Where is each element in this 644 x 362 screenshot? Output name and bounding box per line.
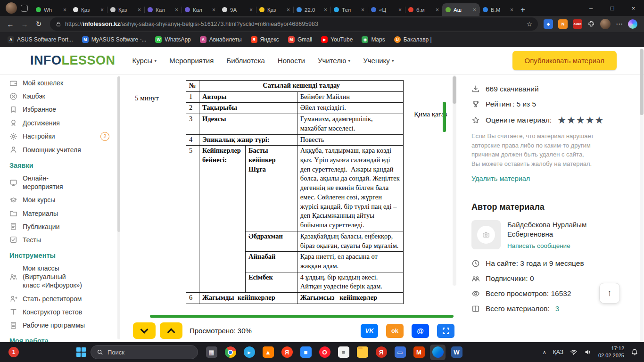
- author-name[interactable]: Байдебекова Нурлайым Есбергеновна: [507, 220, 604, 239]
- browser-tab[interactable]: 9А×: [219, 3, 256, 16]
- bookmark-gmail[interactable]: MGmail: [288, 36, 312, 43]
- tab-close-icon[interactable]: ×: [100, 7, 104, 13]
- taskbar-clock[interactable]: 17:1202.02.2025: [598, 345, 624, 359]
- document-scrollbar-thumb[interactable]: [453, 76, 456, 104]
- bookmark-myasus[interactable]: MMyASUS Software -...: [82, 36, 147, 43]
- browser-tab[interactable]: «Ц×: [368, 3, 405, 16]
- language-indicator[interactable]: ҚАЗ: [553, 349, 563, 355]
- notification-badge[interactable]: 1: [8, 347, 19, 357]
- taskbar-app-word[interactable]: W: [449, 345, 464, 360]
- browser-profile-avatar[interactable]: [6, 2, 17, 14]
- nav-meropriyatiya[interactable]: Мероприятия: [169, 57, 214, 65]
- sidebar-item-cashback[interactable]: Кэшбэк: [0, 90, 122, 103]
- tab-close-icon[interactable]: ×: [63, 7, 66, 13]
- share-mailru-button[interactable]: @: [412, 324, 429, 338]
- nav-novosti[interactable]: Новости: [278, 57, 305, 65]
- browser-tab[interactable]: Wh×: [33, 3, 70, 16]
- rating-stars[interactable]: ★★★★★: [557, 115, 604, 125]
- taskbar-app-opera[interactable]: O: [317, 345, 332, 360]
- delete-material-link[interactable]: Удалить материал: [471, 175, 530, 182]
- taskbar-app-zoom[interactable]: ■: [298, 345, 314, 360]
- page-scrollbar[interactable]: [640, 48, 644, 341]
- tab-close-icon[interactable]: ×: [138, 7, 141, 13]
- nav-biblioteka[interactable]: Библиотека: [226, 57, 265, 65]
- sidebar-item-my-classes[interactable]: Мои классы (Виртуальный класс «Инфоурок»…: [0, 262, 122, 292]
- wifi-icon[interactable]: [570, 348, 578, 356]
- sidebar-scrollbar[interactable]: [117, 76, 120, 339]
- materials-count-link[interactable]: 3: [555, 304, 560, 313]
- extension-akvo-icon[interactable]: АКВО: [573, 19, 582, 29]
- browser-tab[interactable]: Тел×: [330, 3, 368, 16]
- sidebar-item-tutor[interactable]: Стать репетитором: [0, 292, 122, 305]
- forward-button[interactable]: →: [18, 17, 31, 31]
- publish-material-button[interactable]: Опубликовать материал: [512, 51, 617, 70]
- back-button[interactable]: ←: [4, 17, 17, 31]
- browser-tab-active[interactable]: Аш×: [442, 3, 479, 16]
- browser-tab[interactable]: Қаз×: [70, 3, 107, 16]
- tab-close-icon[interactable]: ×: [249, 7, 253, 13]
- browser-tab[interactable]: Б.М×: [479, 3, 517, 16]
- bookmark-asus[interactable]: AASUS Software Port...: [8, 36, 73, 43]
- taskbar-app-vlc[interactable]: ▲: [260, 345, 276, 360]
- taskbar-app-yandex-browser[interactable]: Я: [373, 345, 389, 360]
- nav-ucheniku[interactable]: Ученику▾: [363, 57, 394, 65]
- browser-tab[interactable]: Қаз×: [107, 3, 144, 16]
- bookmark-youtube[interactable]: ▶YouTube: [321, 36, 353, 43]
- taskbar-app-yandex[interactable]: Я: [279, 345, 295, 360]
- maximize-button[interactable]: □: [602, 0, 623, 16]
- tab-close-icon[interactable]: ×: [436, 7, 439, 13]
- nav-kursy[interactable]: Курсы▾: [132, 57, 157, 65]
- copilot-icon[interactable]: [628, 19, 637, 29]
- refresh-button[interactable]: ↻: [32, 17, 45, 31]
- extension-blue-icon[interactable]: ◆: [544, 19, 553, 29]
- new-tab-button[interactable]: +: [517, 4, 529, 16]
- extension-orange-icon[interactable]: N: [558, 19, 568, 29]
- browser-tab[interactable]: б.м×: [405, 3, 442, 16]
- workspaces-icon[interactable]: [21, 5, 28, 12]
- sidebar-item-my-courses[interactable]: Мои курсы: [0, 193, 122, 206]
- taskbar-app-notepad[interactable]: ≡: [336, 345, 351, 360]
- scroll-down-button[interactable]: [133, 322, 156, 339]
- minimize-button[interactable]: –: [580, 0, 602, 16]
- tab-close-icon[interactable]: ×: [287, 7, 290, 13]
- sidebar-item-achievements[interactable]: Достижения: [0, 116, 122, 130]
- sidebar-section-instrumenty[interactable]: Инструменты: [0, 247, 122, 262]
- windows-start-button[interactable]: [76, 347, 86, 357]
- bookmark-maps[interactable]: ◉Maps: [362, 36, 385, 43]
- share-ok-button[interactable]: ok: [386, 324, 404, 338]
- scroll-up-button[interactable]: [160, 322, 182, 339]
- tab-close-icon[interactable]: ×: [324, 7, 327, 13]
- browser-tab[interactable]: 22.0×: [293, 3, 330, 16]
- bookmark-whatsapp[interactable]: WWhatsApp: [155, 36, 190, 43]
- scroll-to-top-button[interactable]: ↑: [599, 283, 620, 304]
- fullscreen-button[interactable]: [437, 324, 454, 338]
- tab-close-icon[interactable]: ×: [510, 7, 513, 13]
- volume-icon[interactable]: [584, 348, 592, 356]
- tab-close-icon[interactable]: ×: [212, 7, 215, 13]
- tab-close-icon[interactable]: ×: [361, 7, 364, 13]
- browser-tab[interactable]: Кал×: [182, 3, 219, 16]
- sidebar-item-tests[interactable]: Тесты: [0, 233, 122, 247]
- sidebar-item-online-events[interactable]: Онлайн- мероприятия: [0, 172, 122, 193]
- bookmark-aviabilety[interactable]: ААвиабилеты: [200, 36, 242, 43]
- bookmark-yandex[interactable]: ЯЯндекс: [251, 36, 279, 43]
- nav-uchitelyu[interactable]: Учителю▾: [318, 57, 350, 65]
- sidebar-item-wallet[interactable]: Мой кошелек: [0, 76, 122, 90]
- document-scrollbar[interactable]: [453, 75, 456, 286]
- extensions-puzzle-icon[interactable]: [587, 20, 595, 28]
- sidebar-item-materials[interactable]: Материалы: [0, 207, 122, 220]
- tab-close-icon[interactable]: ×: [473, 7, 476, 13]
- sidebar-section-moya-rabota[interactable]: Моя работа: [0, 332, 122, 342]
- taskbar-app-m365[interactable]: M: [411, 345, 427, 360]
- taskbar-app-photos[interactable]: ▦: [204, 345, 219, 360]
- sidebar-scrollbar-thumb[interactable]: [117, 76, 120, 232]
- sidebar-item-assistant[interactable]: Помощник учителя: [0, 143, 122, 156]
- browser-account-avatar[interactable]: [600, 19, 611, 29]
- taskbar-app-edge[interactable]: [430, 345, 446, 360]
- taskbar-app-chrome[interactable]: [223, 345, 238, 360]
- notifications-bell-icon[interactable]: [631, 348, 638, 356]
- page-scrollbar-thumb[interactable]: [640, 49, 644, 115]
- tray-expand-icon[interactable]: ∧: [543, 349, 546, 355]
- sidebar-item-settings[interactable]: Настройки2: [0, 130, 122, 143]
- bookmark-bakalavr[interactable]: UБакалавр |: [394, 36, 432, 43]
